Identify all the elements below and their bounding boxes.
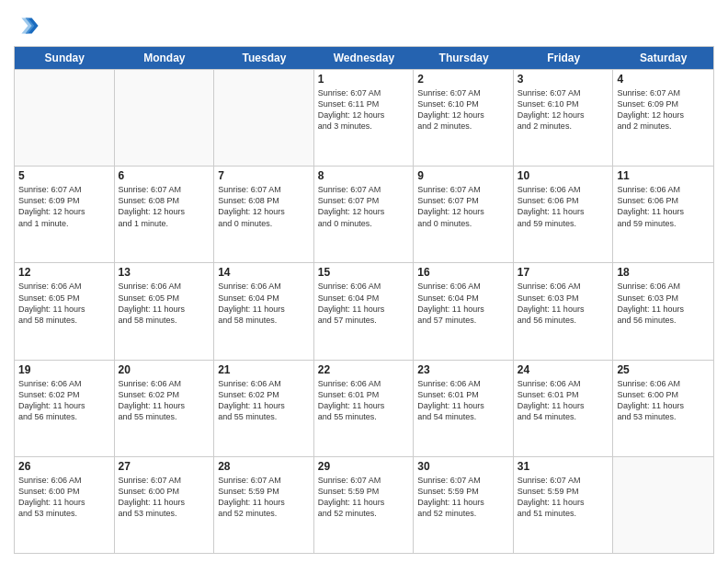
day-header-thursday: Thursday [414,47,514,69]
day-header-tuesday: Tuesday [214,47,314,69]
cell-info: Sunrise: 6:07 AM Sunset: 6:09 PM Dayligh… [18,184,110,229]
cell-info: Sunrise: 6:07 AM Sunset: 6:07 PM Dayligh… [318,184,410,229]
cell-info: Sunrise: 6:07 AM Sunset: 6:10 PM Dayligh… [417,87,509,132]
calendar-cell: 26Sunrise: 6:06 AM Sunset: 6:00 PM Dayli… [15,457,115,553]
calendar-cell: 29Sunrise: 6:07 AM Sunset: 5:59 PM Dayli… [314,457,415,553]
calendar-cell: 8Sunrise: 6:07 AM Sunset: 6:07 PM Daylig… [314,167,415,262]
cell-info: Sunrise: 6:07 AM Sunset: 6:08 PM Dayligh… [218,184,310,229]
calendar-cell: 5Sunrise: 6:07 AM Sunset: 6:09 PM Daylig… [15,167,115,262]
calendar-cell: 4Sunrise: 6:07 AM Sunset: 6:09 PM Daylig… [613,70,713,166]
cell-info: Sunrise: 6:06 AM Sunset: 6:06 PM Dayligh… [617,184,710,229]
cell-date: 19 [18,363,110,376]
calendar-row-4: 19Sunrise: 6:06 AM Sunset: 6:02 PM Dayli… [15,360,713,456]
cell-date: 14 [218,266,310,279]
cell-date: 28 [218,460,310,473]
cell-date: 13 [119,266,210,279]
cell-info: Sunrise: 6:07 AM Sunset: 6:08 PM Dayligh… [119,184,210,229]
calendar-cell: 11Sunrise: 6:06 AM Sunset: 6:06 PM Dayli… [613,167,713,262]
cell-info: Sunrise: 6:06 AM Sunset: 6:05 PM Dayligh… [119,281,210,326]
cell-date: 9 [417,169,509,182]
cell-date: 16 [417,266,509,279]
cell-date: 3 [518,73,609,86]
calendar-body: 1Sunrise: 6:07 AM Sunset: 6:11 PM Daylig… [15,69,713,553]
calendar-cell: 21Sunrise: 6:06 AM Sunset: 6:02 PM Dayli… [214,361,314,456]
calendar-cell: 18Sunrise: 6:06 AM Sunset: 6:03 PM Dayli… [613,263,713,359]
day-header-sunday: Sunday [15,47,115,69]
day-header-saturday: Saturday [613,47,713,69]
calendar-cell: 28Sunrise: 6:07 AM Sunset: 5:59 PM Dayli… [214,457,314,553]
cell-info: Sunrise: 6:07 AM Sunset: 5:59 PM Dayligh… [218,475,310,520]
cell-info: Sunrise: 6:06 AM Sunset: 6:01 PM Dayligh… [417,378,509,423]
calendar-cell: 9Sunrise: 6:07 AM Sunset: 6:07 PM Daylig… [414,167,514,262]
calendar: SundayMondayTuesdayWednesdayThursdayFrid… [14,46,714,554]
cell-date: 24 [518,363,609,376]
day-header-friday: Friday [514,47,614,69]
calendar-cell: 17Sunrise: 6:06 AM Sunset: 6:03 PM Dayli… [514,263,614,359]
cell-date: 7 [218,169,310,182]
calendar-cell: 15Sunrise: 6:06 AM Sunset: 6:04 PM Dayli… [314,263,415,359]
calendar-cell: 20Sunrise: 6:06 AM Sunset: 6:02 PM Dayli… [115,361,215,456]
cell-date: 21 [218,363,310,376]
cell-info: Sunrise: 6:07 AM Sunset: 6:10 PM Dayligh… [518,87,609,132]
calendar-cell [613,457,713,553]
cell-date: 4 [617,73,710,86]
calendar-cell: 22Sunrise: 6:06 AM Sunset: 6:01 PM Dayli… [314,361,415,456]
cell-info: Sunrise: 6:06 AM Sunset: 6:04 PM Dayligh… [218,281,310,326]
cell-info: Sunrise: 6:06 AM Sunset: 6:01 PM Dayligh… [518,378,609,423]
calendar-row-2: 5Sunrise: 6:07 AM Sunset: 6:09 PM Daylig… [15,166,713,262]
cell-info: Sunrise: 6:06 AM Sunset: 6:06 PM Dayligh… [518,184,609,229]
page: SundayMondayTuesdayWednesdayThursdayFrid… [0,0,728,563]
cell-info: Sunrise: 6:06 AM Sunset: 6:02 PM Dayligh… [119,378,210,423]
calendar-row-3: 12Sunrise: 6:06 AM Sunset: 6:05 PM Dayli… [15,262,713,359]
logo [14,13,43,39]
cell-date: 6 [119,169,210,182]
cell-date: 20 [119,363,210,376]
cell-date: 1 [318,73,410,86]
cell-date: 29 [318,460,410,473]
calendar-cell: 13Sunrise: 6:06 AM Sunset: 6:05 PM Dayli… [115,263,215,359]
calendar-cell: 24Sunrise: 6:06 AM Sunset: 6:01 PM Dayli… [514,361,614,456]
calendar-cell: 31Sunrise: 6:07 AM Sunset: 5:59 PM Dayli… [514,457,614,553]
calendar-cell [214,70,314,166]
cell-info: Sunrise: 6:06 AM Sunset: 6:03 PM Dayligh… [617,281,710,326]
cell-date: 17 [518,266,609,279]
cell-info: Sunrise: 6:07 AM Sunset: 6:00 PM Dayligh… [119,475,210,520]
logo-icon [14,13,40,39]
cell-info: Sunrise: 6:06 AM Sunset: 6:01 PM Dayligh… [318,378,410,423]
cell-info: Sunrise: 6:07 AM Sunset: 5:59 PM Dayligh… [417,475,509,520]
cell-info: Sunrise: 6:07 AM Sunset: 6:07 PM Dayligh… [417,184,509,229]
day-headers: SundayMondayTuesdayWednesdayThursdayFrid… [15,47,713,69]
calendar-cell: 6Sunrise: 6:07 AM Sunset: 6:08 PM Daylig… [115,167,215,262]
day-header-monday: Monday [115,47,215,69]
calendar-cell: 7Sunrise: 6:07 AM Sunset: 6:08 PM Daylig… [214,167,314,262]
cell-info: Sunrise: 6:06 AM Sunset: 6:02 PM Dayligh… [218,378,310,423]
cell-info: Sunrise: 6:06 AM Sunset: 6:03 PM Dayligh… [518,281,609,326]
calendar-cell: 25Sunrise: 6:06 AM Sunset: 6:00 PM Dayli… [613,361,713,456]
calendar-cell: 3Sunrise: 6:07 AM Sunset: 6:10 PM Daylig… [514,70,614,166]
calendar-row-1: 1Sunrise: 6:07 AM Sunset: 6:11 PM Daylig… [15,69,713,166]
calendar-cell: 16Sunrise: 6:06 AM Sunset: 6:04 PM Dayli… [414,263,514,359]
calendar-row-5: 26Sunrise: 6:06 AM Sunset: 6:00 PM Dayli… [15,456,713,553]
cell-date: 22 [318,363,410,376]
cell-info: Sunrise: 6:07 AM Sunset: 5:59 PM Dayligh… [518,475,609,520]
calendar-cell: 10Sunrise: 6:06 AM Sunset: 6:06 PM Dayli… [514,167,614,262]
cell-date: 26 [18,460,110,473]
cell-info: Sunrise: 6:06 AM Sunset: 6:04 PM Dayligh… [318,281,410,326]
header [14,9,714,39]
cell-date: 12 [18,266,110,279]
cell-info: Sunrise: 6:07 AM Sunset: 6:11 PM Dayligh… [318,87,410,132]
cell-date: 31 [518,460,609,473]
calendar-cell: 1Sunrise: 6:07 AM Sunset: 6:11 PM Daylig… [314,70,415,166]
cell-date: 15 [318,266,410,279]
cell-date: 30 [417,460,509,473]
cell-info: Sunrise: 6:06 AM Sunset: 6:05 PM Dayligh… [18,281,110,326]
cell-info: Sunrise: 6:06 AM Sunset: 6:04 PM Dayligh… [417,281,509,326]
cell-date: 10 [518,169,609,182]
cell-date: 8 [318,169,410,182]
calendar-cell: 14Sunrise: 6:06 AM Sunset: 6:04 PM Dayli… [214,263,314,359]
cell-date: 11 [617,169,710,182]
cell-date: 23 [417,363,509,376]
cell-info: Sunrise: 6:06 AM Sunset: 6:02 PM Dayligh… [18,378,110,423]
cell-date: 18 [617,266,710,279]
cell-info: Sunrise: 6:07 AM Sunset: 6:09 PM Dayligh… [617,87,710,132]
